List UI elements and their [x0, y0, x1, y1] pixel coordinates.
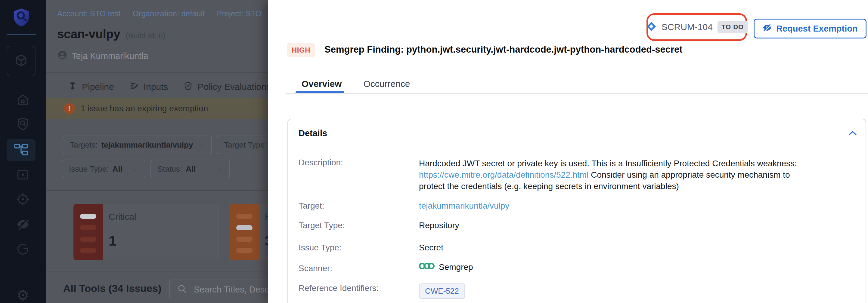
- semgrep-icon: [419, 262, 435, 273]
- build-id-label: (Build Id: 6): [125, 31, 165, 40]
- sidebar-item-settings[interactable]: ⚙: [0, 288, 46, 302]
- sto-shield-search-logo[interactable]: [12, 8, 31, 28]
- settings-gear-icon: ⚙: [16, 288, 29, 302]
- page-title: scan-vulpy: [57, 27, 120, 41]
- collapse-chevron-up-icon[interactable]: [848, 130, 857, 137]
- severity-card-critical[interactable]: Critical 1: [73, 204, 219, 260]
- tab-inputs-label: Inputs: [144, 82, 168, 92]
- chevron-down-icon: [198, 140, 205, 150]
- executions-play-icon: [16, 168, 30, 183]
- tab-inputs[interactable]: Inputs: [130, 81, 168, 93]
- target-type-label: Target Type:: [299, 221, 345, 230]
- author-name: Teja Kummarikuntla: [72, 51, 148, 61]
- scanner-label: Scanner:: [299, 264, 332, 273]
- project-cube-icon: [14, 53, 28, 69]
- cwe-badge[interactable]: CWE-522: [419, 283, 465, 299]
- status-filter-dropdown[interactable]: Status: All: [151, 160, 230, 178]
- issue-type-filter-dropdown[interactable]: Issue Type: All: [62, 160, 145, 178]
- jira-icon: [646, 21, 657, 33]
- request-exemption-button[interactable]: Request Exemption: [754, 19, 867, 38]
- avatar-icon: [57, 50, 67, 62]
- tab-pipeline[interactable]: Pipeline: [68, 81, 114, 93]
- request-exemption-label: Request Exemption: [776, 24, 858, 34]
- target-value-link[interactable]: tejakummarikuntla/vulpy: [419, 201, 509, 211]
- breadcrumb-project-link[interactable]: Project: STO: [217, 9, 261, 18]
- filter-value: All: [113, 164, 123, 174]
- targets-crosshair-icon: [16, 192, 30, 207]
- sidebar-item-test-targets[interactable]: [0, 116, 46, 132]
- tab-occurrence[interactable]: Occurrence: [363, 79, 410, 89]
- sidebar-item-getting-started[interactable]: [0, 242, 46, 257]
- sidebar-item-home[interactable]: [0, 93, 46, 108]
- jira-status-badge: TO DO: [717, 21, 748, 33]
- breadcrumb-account-link[interactable]: Account: STO test: [57, 9, 121, 18]
- target-type-value: Repository: [419, 221, 459, 230]
- severity-card-high[interactable]: High 3: [230, 204, 268, 260]
- issue-type-label: Issue Type:: [299, 243, 342, 252]
- warning-icon: !: [64, 103, 75, 114]
- severity-label: Critical: [108, 212, 136, 222]
- left-sidebar: ⚙: [0, 0, 46, 303]
- jira-ticket-key-link[interactable]: SCRUM-104: [661, 22, 713, 32]
- jira-ticket-annotation[interactable]: SCRUM-104 TO DO: [647, 13, 747, 41]
- breadcrumb-separator: ›: [125, 9, 128, 18]
- filter-value: All: [186, 164, 196, 174]
- breadcrumb-org-link[interactable]: Organization: default: [133, 9, 205, 18]
- cwe-definition-link[interactable]: https://cwe.mitre.org/data/definitions/5…: [419, 170, 588, 179]
- sidebar-divider: [7, 34, 36, 35]
- issue-type-value: Secret: [419, 243, 443, 252]
- description-value: Hardcoded JWT secret or private key is u…: [419, 158, 815, 192]
- details-card: Details Description: Hardcoded JWT secre…: [287, 119, 866, 303]
- finding-title: Semgrep Finding: python.jwt.security.jwt…: [324, 44, 683, 55]
- sidebar-item-exemptions[interactable]: [0, 217, 46, 233]
- filter-label: Issue Type:: [69, 164, 109, 174]
- eye-off-icon: [762, 23, 772, 35]
- getting-started-gauge-icon: [16, 242, 30, 257]
- breadcrumb-separator: ›: [210, 9, 212, 18]
- tab-policy-evaluations[interactable]: Policy Evaluations: [184, 81, 268, 93]
- reference-identifiers-label: Reference Identifiers:: [299, 283, 379, 293]
- filter-label: Target Type:: [224, 140, 267, 150]
- sidebar-item-pipelines-selected[interactable]: [7, 139, 35, 161]
- inputs-icon: [130, 81, 139, 93]
- scanner-name: Semgrep: [439, 262, 473, 272]
- scanner-value: Semgrep: [419, 262, 473, 273]
- home-icon: [16, 93, 30, 108]
- severity-badge-high: HIGH: [287, 43, 315, 58]
- exemptions-eye-off-icon: [16, 217, 30, 233]
- filter-label: Targets:: [70, 140, 98, 150]
- severity-gauge-icon: [73, 204, 103, 260]
- filter-value: tejakummarikuntla/vulpy: [101, 140, 193, 150]
- chevron-down-icon: [216, 164, 223, 174]
- sidebar-divider: [7, 276, 36, 276]
- issues-search-box[interactable]: [169, 279, 268, 299]
- breadcrumb: Account: STO test › Organization: defaul…: [57, 9, 261, 18]
- app-window: ⚙ Account: STO test › Organization: defa…: [0, 0, 868, 303]
- pipeline-icon: [68, 81, 77, 93]
- tab-policy-evaluations-label: Policy Evaluations: [197, 82, 268, 92]
- target-label: Target:: [299, 201, 324, 211]
- filter-label: Status:: [158, 164, 182, 174]
- warning-text: 1 issue has an expiring exemption: [81, 104, 208, 113]
- header-divider: [46, 72, 268, 73]
- targets-filter-dropdown[interactable]: Targets: tejakummarikuntla/vulpy: [63, 136, 212, 154]
- tab-pipeline-label: Pipeline: [82, 82, 114, 92]
- drawer-tabs: Overview Occurrence: [302, 79, 410, 89]
- tab-overview[interactable]: Overview: [302, 79, 342, 89]
- exemption-warning-banner: ! 1 issue has an expiring exemption: [46, 98, 268, 119]
- sidebar-item-targets[interactable]: [0, 192, 46, 207]
- policy-shield-check-icon: [184, 81, 193, 93]
- sidebar-item-executions[interactable]: [0, 168, 46, 183]
- search-input[interactable]: [193, 284, 268, 295]
- sidebar-item-project[interactable]: [7, 46, 35, 76]
- pipeline-nav-tabs: Pipeline Inputs: [68, 77, 268, 97]
- description-text: Hardcoded JWT secret or private key is u…: [419, 159, 797, 168]
- page-title-row: scan-vulpy (Build Id: 6): [57, 27, 165, 41]
- severity-summary-section: Critical 1 High 3: [46, 190, 268, 271]
- target-type-filter-dropdown[interactable]: Target Type:: [217, 136, 268, 154]
- reference-identifiers-value: CWE-522: [419, 283, 465, 299]
- search-icon: [177, 284, 187, 295]
- chevron-down-icon: [131, 164, 138, 174]
- all-tools-heading: All Tools (34 Issues): [63, 282, 161, 294]
- shield-search-icon: [16, 116, 30, 132]
